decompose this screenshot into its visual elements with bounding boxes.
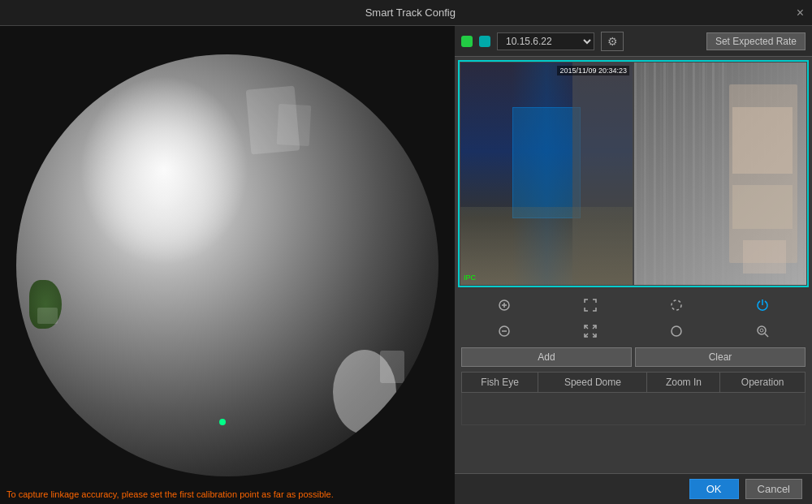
dialog-bottom-buttons: OK Cancel <box>455 473 812 504</box>
col-operation: Operation <box>720 373 806 393</box>
search-zoom-icon[interactable] <box>719 320 806 342</box>
empty-row <box>462 393 806 425</box>
camera-cell-2 <box>633 62 807 286</box>
set-expected-rate-button[interactable]: Set Expected Rate <box>706 32 806 50</box>
cancel-button[interactable]: Cancel <box>745 479 802 499</box>
close-button[interactable]: × <box>797 6 804 19</box>
fisheye-view <box>16 54 438 476</box>
ip-address-dropdown[interactable]: 10.15.6.22 <box>497 32 594 50</box>
power-icon[interactable] <box>719 294 806 317</box>
svg-point-11 <box>672 326 681 336</box>
icon-row-top <box>461 294 806 317</box>
zoom-out-icon[interactable] <box>461 320 547 342</box>
window-title: Smart Track Config <box>24 6 797 19</box>
camera-grid: IPC 2015/11/09 20:34:23 <box>458 60 809 287</box>
camera-cell-1: IPC 2015/11/09 20:34:23 <box>460 62 633 286</box>
svg-point-3 <box>672 300 681 310</box>
right-panel: 10.15.6.22 ⚙ Set Expected Rate IPC 2015/… <box>455 26 812 504</box>
col-speeddome: Speed Dome <box>538 373 647 393</box>
svg-point-14 <box>760 329 763 332</box>
add-button[interactable]: Add <box>461 347 632 367</box>
add-clear-row: Add Clear <box>461 346 806 368</box>
cam1-blue-object <box>512 107 581 218</box>
status-dot-teal <box>479 36 490 47</box>
circle-dashed-icon[interactable] <box>633 320 719 342</box>
cam1-timestamp: 2015/11/09 20:34:23 <box>557 66 629 75</box>
ok-button[interactable]: OK <box>689 479 739 499</box>
warning-text: To capture linkage accuracy, please set … <box>0 485 455 504</box>
collapse-icon[interactable] <box>547 320 633 342</box>
cam1-label: IPC <box>464 274 476 282</box>
icon-row-bottom <box>461 320 806 342</box>
col-fisheye: Fish Eye <box>462 373 538 393</box>
controls-area: Add Clear Fish Eye Speed Dome Zoom In Op… <box>455 291 812 429</box>
col-zoomin: Zoom In <box>647 373 720 393</box>
gear-icon: ⚙ <box>607 35 618 48</box>
channel-table: Fish Eye Speed Dome Zoom In Operation <box>461 372 806 425</box>
expand-icon[interactable] <box>547 294 633 317</box>
settings-gear-button[interactable]: ⚙ <box>601 32 624 51</box>
zoom-in-icon[interactable] <box>461 294 547 317</box>
fisheye-indicator <box>219 419 226 425</box>
status-dot-green <box>461 36 473 47</box>
title-bar: Smart Track Config × <box>0 0 812 26</box>
svg-point-12 <box>758 326 766 334</box>
channel-table-body <box>462 393 806 425</box>
right-toolbar: 10.15.6.22 ⚙ Set Expected Rate <box>455 26 812 57</box>
circle-icon[interactable] <box>633 294 719 317</box>
main-layout: To capture linkage accuracy, please set … <box>0 26 812 504</box>
svg-line-13 <box>765 334 768 337</box>
clear-button[interactable]: Clear <box>635 347 806 367</box>
fisheye-panel: To capture linkage accuracy, please set … <box>0 26 455 504</box>
